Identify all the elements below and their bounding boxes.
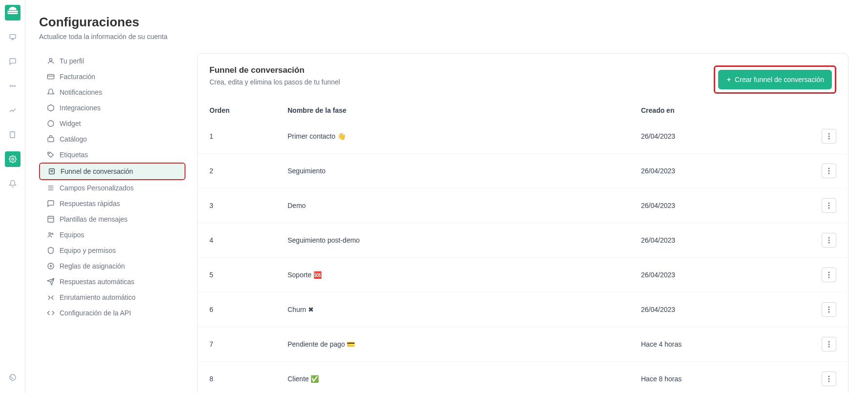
- cell-order: 6: [209, 306, 288, 313]
- nav-reglas[interactable]: Reglas de asignación: [39, 258, 186, 274]
- rail-chat-icon[interactable]: [5, 54, 21, 69]
- svg-point-3: [12, 85, 13, 86]
- nav-facturacion[interactable]: Facturación: [39, 69, 186, 84]
- nav-tu-perfil[interactable]: Tu perfil: [39, 53, 186, 69]
- nav-widget[interactable]: Widget: [39, 116, 186, 131]
- table-row: 8Cliente ✅Hace 8 horas: [198, 361, 848, 393]
- svg-point-5: [10, 374, 16, 380]
- nav-equipos[interactable]: Equipos: [39, 227, 186, 243]
- svg-point-9: [48, 121, 54, 126]
- table-row: 1Primer contacto 👋26/04/2023: [198, 119, 848, 153]
- svg-point-52: [828, 381, 830, 382]
- svg-point-40: [828, 242, 830, 244]
- nav-campos[interactable]: Campos Personalizados: [39, 180, 186, 196]
- row-actions-button[interactable]: [822, 337, 836, 352]
- rail-bell-icon[interactable]: [5, 176, 21, 191]
- page-subtitle: Actualice toda la información de su cuen…: [39, 33, 848, 41]
- col-order-header: Orden: [209, 106, 288, 114]
- cell-created: 26/04/2023: [641, 271, 807, 279]
- nav-enrutamiento[interactable]: Enrutamiento automático: [39, 290, 186, 305]
- nav-label: Notificaciones: [60, 88, 102, 96]
- svg-point-44: [828, 307, 830, 308]
- svg-point-46: [828, 311, 830, 313]
- nav-api[interactable]: Configuración de la API: [39, 305, 186, 321]
- nav-funnel[interactable]: Funnel de conversación: [40, 164, 185, 179]
- nav-label: Respuestas rápidas: [60, 200, 120, 207]
- nav-label: Equipos: [60, 231, 84, 239]
- create-button-highlight: Crear funnel de conversación: [714, 65, 836, 94]
- rail-settings-icon[interactable]: [5, 151, 21, 167]
- svg-point-21: [52, 233, 53, 235]
- nav-label: Integraciones: [60, 104, 101, 112]
- cell-created: 26/04/2023: [641, 202, 807, 209]
- nav-label: Enrutamiento automático: [60, 293, 136, 301]
- row-actions-button[interactable]: [822, 268, 836, 282]
- cell-created: Hace 4 horas: [641, 340, 807, 348]
- nav-permisos[interactable]: Equipo y permisos: [39, 243, 186, 258]
- svg-point-43: [828, 277, 830, 278]
- nav-notificaciones[interactable]: Notificaciones: [39, 84, 186, 100]
- row-actions-button[interactable]: [822, 198, 836, 213]
- svg-rect-7: [47, 74, 54, 79]
- create-funnel-button[interactable]: Crear funnel de conversación: [718, 70, 832, 89]
- svg-point-31: [828, 138, 830, 140]
- row-actions-button[interactable]: [822, 233, 836, 248]
- svg-point-29: [828, 133, 830, 135]
- nav-respuestas-rapidas[interactable]: Respuestas rápidas: [39, 196, 186, 211]
- nav-label: Catálogo: [60, 135, 87, 143]
- svg-point-6: [49, 59, 52, 61]
- svg-point-48: [828, 344, 830, 345]
- table-header: Orden Nombre de la fase Creado en: [198, 102, 848, 119]
- dots-vertical-icon: [828, 341, 830, 348]
- row-actions-button[interactable]: [822, 164, 836, 178]
- rail-whatsapp-icon[interactable]: [5, 370, 21, 385]
- cell-order: 2: [209, 167, 288, 175]
- table-row: 3Demo26/04/2023: [198, 188, 848, 223]
- cell-name: Demo: [288, 202, 641, 209]
- nav-label: Etiquetas: [60, 151, 88, 159]
- svg-point-45: [828, 309, 830, 310]
- svg-point-32: [828, 168, 830, 169]
- row-actions-button[interactable]: [822, 129, 836, 144]
- svg-rect-18: [48, 216, 54, 222]
- dots-vertical-icon: [828, 306, 830, 313]
- rail-desktop-icon[interactable]: [5, 29, 21, 45]
- rail-broadcast-icon[interactable]: [5, 78, 21, 94]
- svg-point-38: [828, 237, 830, 239]
- svg-point-33: [828, 170, 830, 172]
- table-row: 6Churn ✖26/04/2023: [198, 292, 848, 327]
- table-row: 2Seguimiento26/04/2023: [198, 153, 848, 188]
- cell-created: 26/04/2023: [641, 236, 807, 244]
- row-actions-button[interactable]: [822, 302, 836, 317]
- svg-point-37: [828, 207, 830, 209]
- funnel-panel: Funnel de conversación Crea, edita y eli…: [197, 53, 848, 393]
- nav-label: Facturación: [60, 73, 95, 81]
- col-name-header: Nombre de la fase: [288, 106, 641, 114]
- svg-rect-0: [10, 35, 16, 39]
- cell-order: 5: [209, 271, 288, 279]
- table-row: 4Seguimiento post-demo26/04/2023: [198, 223, 848, 257]
- nav-etiquetas[interactable]: Etiquetas: [39, 147, 186, 163]
- svg-point-49: [828, 346, 830, 348]
- cell-created: 26/04/2023: [641, 167, 807, 175]
- svg-point-34: [828, 173, 830, 174]
- create-button-label: Crear funnel de conversación: [735, 76, 824, 83]
- svg-point-51: [828, 378, 830, 380]
- svg-point-4: [12, 158, 14, 160]
- dots-vertical-icon: [828, 271, 830, 278]
- svg-point-41: [828, 272, 830, 273]
- cell-order: 8: [209, 375, 288, 383]
- cell-order: 4: [209, 236, 288, 244]
- row-actions-button[interactable]: [822, 372, 836, 386]
- rail-book-icon[interactable]: [5, 127, 21, 143]
- nav-label: Widget: [60, 120, 81, 127]
- nav-catalogo[interactable]: Catálogo: [39, 131, 186, 147]
- cell-order: 1: [209, 132, 288, 140]
- app-logo: [5, 5, 21, 21]
- rail-trend-icon[interactable]: [5, 103, 21, 118]
- nav-plantillas[interactable]: Plantillas de mensajes: [39, 211, 186, 227]
- panel-subtitle: Crea, edita y elimina los pasos de tu fu…: [209, 78, 340, 86]
- col-created-header: Creado en: [641, 106, 807, 114]
- nav-resp-auto[interactable]: Respuestas automáticas: [39, 274, 186, 290]
- nav-integraciones[interactable]: Integraciones: [39, 100, 186, 116]
